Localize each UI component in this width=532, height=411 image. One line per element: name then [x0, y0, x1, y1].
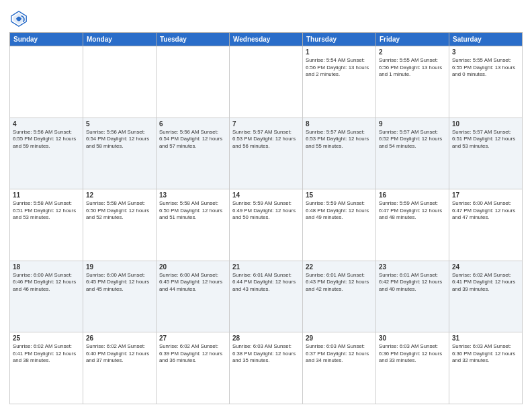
- cell-day-number: 28: [232, 334, 300, 342]
- calendar-cell: 24Sunrise: 6:02 AM Sunset: 6:41 PM Dayli…: [449, 261, 523, 332]
- cell-day-number: 17: [452, 191, 519, 199]
- calendar-cell: 27Sunrise: 6:02 AM Sunset: 6:39 PM Dayli…: [157, 332, 230, 404]
- cell-info: Sunrise: 5:57 AM Sunset: 6:53 PM Dayligh…: [306, 129, 373, 150]
- day-header-friday: Friday: [376, 33, 449, 46]
- calendar-cell: 19Sunrise: 6:00 AM Sunset: 6:45 PM Dayli…: [83, 261, 157, 332]
- calendar-table: SundayMondayTuesdayWednesdayThursdayFrid…: [9, 32, 523, 404]
- cell-info: Sunrise: 6:00 AM Sunset: 6:47 PM Dayligh…: [452, 200, 519, 222]
- cell-day-number: 23: [379, 263, 446, 271]
- calendar-cell: 16Sunrise: 5:59 AM Sunset: 6:47 PM Dayli…: [376, 189, 449, 261]
- cell-info: Sunrise: 6:01 AM Sunset: 6:44 PM Dayligh…: [232, 272, 300, 293]
- calendar-cell: 7Sunrise: 5:57 AM Sunset: 6:53 PM Daylig…: [230, 118, 303, 189]
- cell-day-number: 19: [86, 263, 153, 271]
- calendar-cell: 1Sunrise: 5:54 AM Sunset: 6:56 PM Daylig…: [303, 46, 376, 118]
- cell-day-number: 22: [306, 263, 373, 271]
- cell-info: Sunrise: 5:57 AM Sunset: 6:51 PM Dayligh…: [452, 129, 519, 150]
- cell-info: Sunrise: 5:54 AM Sunset: 6:56 PM Dayligh…: [306, 57, 373, 79]
- calendar-cell: 25Sunrise: 6:02 AM Sunset: 6:41 PM Dayli…: [10, 332, 83, 404]
- calendar-cell: 29Sunrise: 6:03 AM Sunset: 6:37 PM Dayli…: [303, 332, 376, 404]
- calendar-cell: 30Sunrise: 6:03 AM Sunset: 6:36 PM Dayli…: [376, 332, 449, 404]
- calendar-cell: 6Sunrise: 5:56 AM Sunset: 6:54 PM Daylig…: [157, 118, 230, 189]
- cell-day-number: 30: [379, 334, 446, 342]
- cell-day-number: 13: [159, 191, 226, 199]
- week-row-1: 1Sunrise: 5:54 AM Sunset: 6:56 PM Daylig…: [10, 46, 523, 118]
- cell-day-number: 27: [159, 334, 226, 342]
- cell-info: Sunrise: 6:03 AM Sunset: 6:37 PM Dayligh…: [306, 343, 373, 365]
- week-row-5: 25Sunrise: 6:02 AM Sunset: 6:41 PM Dayli…: [10, 332, 523, 404]
- page: SundayMondayTuesdayWednesdayThursdayFrid…: [0, 0, 532, 411]
- calendar-cell: 14Sunrise: 5:59 AM Sunset: 6:49 PM Dayli…: [230, 189, 303, 261]
- calendar-cell: 8Sunrise: 5:57 AM Sunset: 6:53 PM Daylig…: [303, 118, 376, 189]
- week-row-4: 18Sunrise: 6:00 AM Sunset: 6:46 PM Dayli…: [10, 261, 523, 332]
- header: [9, 7, 523, 28]
- cell-info: Sunrise: 6:03 AM Sunset: 6:36 PM Dayligh…: [379, 343, 446, 365]
- cell-info: Sunrise: 5:57 AM Sunset: 6:53 PM Dayligh…: [232, 129, 300, 150]
- cell-info: Sunrise: 5:59 AM Sunset: 6:47 PM Dayligh…: [379, 200, 446, 222]
- calendar-cell: [83, 46, 157, 118]
- cell-day-number: 16: [379, 191, 446, 199]
- cell-day-number: 10: [452, 120, 519, 128]
- cell-info: Sunrise: 5:58 AM Sunset: 6:50 PM Dayligh…: [86, 200, 153, 222]
- calendar-cell: 17Sunrise: 6:00 AM Sunset: 6:47 PM Dayli…: [449, 189, 523, 261]
- calendar-cell: 12Sunrise: 5:58 AM Sunset: 6:50 PM Dayli…: [83, 189, 157, 261]
- cell-info: Sunrise: 6:00 AM Sunset: 6:45 PM Dayligh…: [86, 272, 153, 293]
- day-header-tuesday: Tuesday: [157, 33, 230, 46]
- calendar-cell: 15Sunrise: 5:59 AM Sunset: 6:48 PM Dayli…: [303, 189, 376, 261]
- calendar-cell: 3Sunrise: 5:55 AM Sunset: 6:55 PM Daylig…: [449, 46, 523, 118]
- cell-info: Sunrise: 6:01 AM Sunset: 6:42 PM Dayligh…: [379, 272, 446, 293]
- cell-day-number: 7: [232, 120, 300, 128]
- calendar-cell: [157, 46, 230, 118]
- cell-info: Sunrise: 5:56 AM Sunset: 6:55 PM Dayligh…: [13, 129, 80, 150]
- week-row-2: 4Sunrise: 5:56 AM Sunset: 6:55 PM Daylig…: [10, 118, 523, 189]
- cell-day-number: 3: [452, 48, 519, 56]
- calendar-cell: 13Sunrise: 5:58 AM Sunset: 6:50 PM Dayli…: [157, 189, 230, 261]
- cell-day-number: 14: [232, 191, 300, 199]
- day-header-saturday: Saturday: [449, 33, 523, 46]
- cell-day-number: 8: [306, 120, 373, 128]
- cell-day-number: 20: [159, 263, 226, 271]
- calendar-cell: 21Sunrise: 6:01 AM Sunset: 6:44 PM Dayli…: [230, 261, 303, 332]
- logo: [9, 9, 31, 28]
- day-header-sunday: Sunday: [10, 33, 83, 46]
- cell-day-number: 26: [86, 334, 153, 342]
- cell-info: Sunrise: 6:02 AM Sunset: 6:41 PM Dayligh…: [13, 343, 80, 365]
- cell-info: Sunrise: 6:00 AM Sunset: 6:45 PM Dayligh…: [159, 272, 226, 293]
- cell-info: Sunrise: 6:00 AM Sunset: 6:46 PM Dayligh…: [13, 272, 80, 293]
- calendar-cell: 31Sunrise: 6:03 AM Sunset: 6:36 PM Dayli…: [449, 332, 523, 404]
- cell-info: Sunrise: 5:58 AM Sunset: 6:50 PM Dayligh…: [159, 200, 226, 222]
- cell-day-number: 15: [306, 191, 373, 199]
- cell-day-number: 12: [86, 191, 153, 199]
- cell-info: Sunrise: 5:57 AM Sunset: 6:52 PM Dayligh…: [379, 129, 446, 150]
- cell-info: Sunrise: 5:55 AM Sunset: 6:56 PM Dayligh…: [379, 57, 446, 79]
- cell-info: Sunrise: 6:02 AM Sunset: 6:39 PM Dayligh…: [159, 343, 226, 365]
- calendar-cell: 4Sunrise: 5:56 AM Sunset: 6:55 PM Daylig…: [10, 118, 83, 189]
- cell-day-number: 2: [379, 48, 446, 56]
- cell-day-number: 31: [452, 334, 519, 342]
- calendar-cell: 2Sunrise: 5:55 AM Sunset: 6:56 PM Daylig…: [376, 46, 449, 118]
- cell-day-number: 11: [13, 191, 80, 199]
- cell-day-number: 25: [13, 334, 80, 342]
- calendar-cell: 11Sunrise: 5:58 AM Sunset: 6:51 PM Dayli…: [10, 189, 83, 261]
- calendar-cell: 18Sunrise: 6:00 AM Sunset: 6:46 PM Dayli…: [10, 261, 83, 332]
- calendar-cell: 23Sunrise: 6:01 AM Sunset: 6:42 PM Dayli…: [376, 261, 449, 332]
- cell-info: Sunrise: 5:56 AM Sunset: 6:54 PM Dayligh…: [159, 129, 226, 150]
- cell-day-number: 29: [306, 334, 373, 342]
- logo-icon: [9, 9, 28, 28]
- calendar-cell: 20Sunrise: 6:00 AM Sunset: 6:45 PM Dayli…: [157, 261, 230, 332]
- calendar-header-row: SundayMondayTuesdayWednesdayThursdayFrid…: [10, 33, 523, 46]
- calendar-cell: 26Sunrise: 6:02 AM Sunset: 6:40 PM Dayli…: [83, 332, 157, 404]
- week-row-3: 11Sunrise: 5:58 AM Sunset: 6:51 PM Dayli…: [10, 189, 523, 261]
- cell-day-number: 9: [379, 120, 446, 128]
- cell-info: Sunrise: 6:03 AM Sunset: 6:38 PM Dayligh…: [232, 343, 300, 365]
- calendar-cell: 5Sunrise: 5:56 AM Sunset: 6:54 PM Daylig…: [83, 118, 157, 189]
- calendar-cell: 28Sunrise: 6:03 AM Sunset: 6:38 PM Dayli…: [230, 332, 303, 404]
- cell-info: Sunrise: 6:01 AM Sunset: 6:43 PM Dayligh…: [306, 272, 373, 293]
- cell-day-number: 21: [232, 263, 300, 271]
- calendar-cell: [10, 46, 83, 118]
- day-header-monday: Monday: [83, 33, 157, 46]
- cell-day-number: 1: [306, 48, 373, 56]
- cell-day-number: 4: [13, 120, 80, 128]
- cell-info: Sunrise: 6:02 AM Sunset: 6:41 PM Dayligh…: [452, 272, 519, 293]
- cell-day-number: 24: [452, 263, 519, 271]
- cell-info: Sunrise: 5:58 AM Sunset: 6:51 PM Dayligh…: [13, 200, 80, 222]
